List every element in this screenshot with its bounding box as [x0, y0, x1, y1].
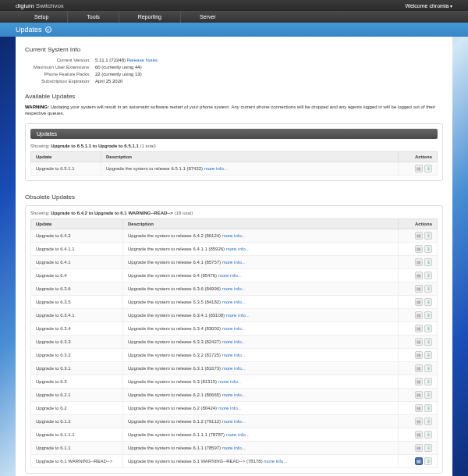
cell-description: Upgrade the system to release 6.3.5 (841…	[123, 295, 399, 308]
details-icon[interactable]: ▤	[415, 325, 423, 332]
cell-actions: ▤⇓	[399, 162, 438, 175]
details-icon[interactable]: ▤	[415, 417, 423, 425]
info-label: Phone Feature Packs:	[25, 72, 95, 76]
download-icon[interactable]: ⇓	[424, 378, 432, 385]
more-info-link[interactable]: more info...	[218, 273, 242, 278]
more-info-link[interactable]: more info...	[222, 260, 246, 265]
download-icon[interactable]: ⇓	[424, 391, 432, 399]
download-icon[interactable]: ⇓	[424, 232, 432, 240]
more-info-link[interactable]: more info...	[222, 393, 246, 397]
download-icon[interactable]: ⇓	[424, 457, 432, 465]
nav-tools[interactable]: Tools	[68, 11, 119, 23]
table-row: Upgrade to 6.3.2Upgrade the system to re…	[31, 348, 438, 361]
more-info-link[interactable]: more info...	[222, 233, 246, 238]
cell-actions: ▤⇓	[399, 268, 438, 282]
cell-description: Upgrade the system to release 6.2 (80424…	[123, 401, 399, 414]
showing-obsolete: Showing: Upgrade to 6.4.2 to Upgrade to …	[30, 211, 438, 215]
details-icon[interactable]: ▤	[415, 258, 423, 266]
details-icon[interactable]: ▤	[415, 391, 423, 399]
more-info-link[interactable]: more info...	[264, 459, 287, 464]
nav-server[interactable]: Server	[181, 11, 235, 23]
nav-reporting[interactable]: Reporting	[119, 11, 181, 23]
table-row: Upgrade to 6.3.4Upgrade the system to re…	[31, 321, 438, 335]
details-icon[interactable]: ▤	[415, 444, 423, 452]
details-icon[interactable]: ▤	[415, 232, 423, 240]
cell-update: Upgrade to 6.1 WARNING--READ-->	[31, 454, 123, 467]
more-info-link[interactable]: more info...	[222, 339, 246, 344]
table-row: Upgrade to 6.3.3Upgrade the system to re…	[31, 335, 438, 348]
info-value: 60 (currently using 44)	[95, 65, 142, 69]
page-title: Updates	[16, 26, 42, 34]
cell-update: Upgrade to 6.3.2	[31, 348, 123, 361]
download-icon[interactable]: ⇓	[424, 404, 432, 412]
cell-actions: ▤⇓	[399, 428, 438, 441]
cell-update: Upgrade to 6.4.1	[31, 255, 123, 268]
cell-update: Upgrade to 6.2.1	[31, 388, 123, 401]
download-icon[interactable]: ⇓	[424, 165, 432, 172]
download-icon[interactable]: ⇓	[424, 417, 432, 425]
download-icon[interactable]: ⇓	[424, 325, 432, 332]
details-icon[interactable]: ▤	[415, 404, 423, 412]
info-value: April 25 2020	[95, 79, 122, 83]
cell-update: Upgrade to 6.1.2	[31, 414, 123, 428]
download-icon[interactable]: ⇓	[424, 444, 432, 452]
cell-update: Upgrade to 6.3.4	[31, 321, 123, 335]
table-row: Upgrade to 6.2.1Upgrade the system to re…	[31, 388, 438, 401]
download-icon[interactable]: ⇓	[424, 431, 432, 439]
details-icon[interactable]: ▤	[415, 165, 423, 172]
download-icon[interactable]: ⇓	[424, 311, 432, 319]
more-info-link[interactable]: more info...	[222, 419, 246, 424]
more-info-link[interactable]: more info...	[222, 353, 246, 357]
more-info-link[interactable]: more info...	[222, 300, 246, 304]
release-notes-link[interactable]: Release Notes	[127, 58, 158, 62]
more-info-link[interactable]: more info...	[226, 432, 250, 437]
welcome-menu[interactable]: Welcome chromia	[405, 3, 452, 9]
col-actions: Actions	[399, 151, 438, 162]
info-value: 5.11.1 (72248) Release Notes	[95, 58, 158, 62]
topbar: digium Switchvox Welcome chromia	[0, 0, 468, 11]
details-icon[interactable]: ▤	[415, 285, 423, 293]
more-info-link[interactable]: more info...	[204, 166, 228, 171]
more-info-link[interactable]: more info...	[226, 247, 250, 251]
cell-description: Upgrade the system to release 6.1.1.1 (7…	[123, 428, 399, 441]
more-info-link[interactable]: more info...	[218, 406, 242, 410]
cell-actions: ▤⇓	[399, 321, 438, 335]
download-icon[interactable]: ⇓	[424, 272, 432, 279]
brand: digium Switchvox	[16, 2, 64, 9]
details-icon[interactable]: ▤	[415, 272, 423, 279]
details-icon[interactable]: ▤	[415, 245, 423, 253]
details-icon[interactable]: ▤	[415, 311, 423, 319]
table-row: Upgrade to 6.1.1.1Upgrade the system to …	[31, 428, 438, 441]
details-icon[interactable]: ▤	[415, 338, 423, 346]
col-update: Update	[31, 218, 123, 229]
more-info-link[interactable]: more info...	[222, 446, 246, 450]
download-icon[interactable]: ⇓	[424, 245, 432, 253]
details-icon[interactable]: ▤	[415, 431, 423, 439]
details-icon[interactable]: ▤	[415, 351, 423, 359]
more-info-link[interactable]: more info...	[222, 326, 246, 331]
download-icon[interactable]: ⇓	[424, 258, 432, 266]
details-icon[interactable]: ▤	[415, 364, 423, 372]
more-info-link[interactable]: more info...	[222, 286, 246, 291]
nav-setup[interactable]: Setup	[16, 11, 68, 23]
more-info-link[interactable]: more info...	[222, 366, 246, 371]
cell-actions: ▤⇓	[399, 375, 438, 388]
download-icon[interactable]: ⇓	[424, 364, 432, 372]
details-icon[interactable]: ▤	[415, 378, 423, 385]
col-update: Update	[31, 151, 101, 162]
more-info-link[interactable]: more info...	[226, 313, 250, 318]
more-info-link[interactable]: more info...	[218, 379, 242, 384]
details-icon[interactable]: ▤	[415, 298, 423, 306]
table-row: Upgrade to 6.3.1Upgrade the system to re…	[31, 361, 438, 375]
showing-available: Showing: Upgrade to 6.5.1.1 to Upgrade t…	[30, 144, 438, 148]
download-icon[interactable]: ⇓	[424, 351, 432, 359]
details-icon[interactable]: ▤	[415, 457, 423, 465]
download-icon[interactable]: ⇓	[424, 338, 432, 346]
download-icon[interactable]: ⇓	[424, 298, 432, 306]
cell-description: Upgrade the system to release 6.5.1.1 (8…	[101, 162, 399, 175]
download-icon[interactable]: ⇓	[424, 285, 432, 293]
navbar: Setup Tools Reporting Server	[0, 11, 468, 23]
help-icon[interactable]: ?	[45, 27, 51, 33]
sys-info-title: Current System Info	[25, 46, 443, 53]
col-description: Description	[123, 218, 399, 229]
